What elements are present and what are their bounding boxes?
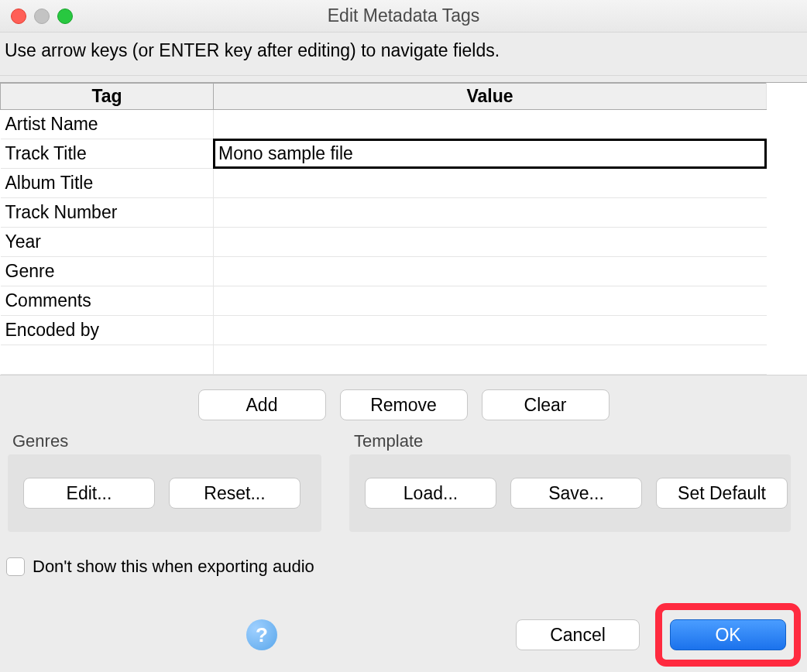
tag-cell[interactable]: Track Number (1, 198, 214, 228)
table-row[interactable]: Encoded by (1, 316, 767, 345)
clear-button[interactable]: Clear (482, 389, 610, 420)
template-box: Load... Save... Set Default (349, 454, 791, 532)
table-row[interactable]: Genre (1, 257, 767, 286)
table-row[interactable]: Track Title Mono sample file (1, 139, 767, 169)
dont-show-label: Don't show this when exporting audio (33, 557, 314, 577)
add-button[interactable]: Add (198, 389, 326, 420)
tag-cell[interactable]: Album Title (1, 169, 214, 198)
metadata-table: Tag Value Artist Name Track Title Mono s… (0, 82, 807, 375)
tag-cell[interactable]: Genre (1, 257, 214, 286)
tag-cell[interactable] (1, 345, 214, 375)
table-row[interactable]: Year (1, 228, 767, 257)
tag-cell[interactable]: Encoded by (1, 316, 214, 345)
genres-reset-button[interactable]: Reset... (169, 478, 300, 509)
window-controls (0, 9, 73, 24)
template-setdefault-button[interactable]: Set Default (656, 478, 788, 509)
tag-cell[interactable]: Year (1, 228, 214, 257)
dont-show-checkbox-row[interactable]: Don't show this when exporting audio (0, 546, 807, 577)
cancel-button[interactable]: Cancel (516, 619, 640, 650)
window-zoom-button[interactable] (57, 9, 73, 24)
window-title: Edit Metadata Tags (328, 5, 479, 26)
table-row[interactable]: Album Title (1, 169, 767, 198)
value-cell[interactable] (214, 110, 767, 139)
template-save-button[interactable]: Save... (510, 478, 642, 509)
table-row[interactable]: Track Number (1, 198, 767, 228)
dont-show-checkbox[interactable] (6, 557, 25, 576)
tag-cell[interactable]: Track Title (1, 139, 214, 169)
genres-box: Edit... Reset... (8, 454, 321, 532)
value-cell[interactable] (214, 286, 767, 316)
template-label: Template (349, 431, 791, 451)
value-cell[interactable] (214, 316, 767, 345)
value-cell[interactable] (214, 169, 767, 198)
value-cell-editing[interactable]: Mono sample file (214, 139, 767, 169)
help-button[interactable]: ? (246, 619, 277, 650)
column-header-value[interactable]: Value (214, 84, 767, 110)
tag-cell[interactable]: Comments (1, 286, 214, 316)
table-row[interactable]: Comments (1, 286, 767, 316)
column-header-tag[interactable]: Tag (1, 84, 214, 110)
footer: ? Cancel OK (0, 577, 807, 672)
help-icon: ? (256, 623, 268, 647)
genres-label: Genres (8, 431, 321, 451)
template-group: Template Load... Save... Set Default (349, 431, 791, 532)
value-cell[interactable] (214, 345, 767, 375)
genres-edit-button[interactable]: Edit... (23, 478, 155, 509)
value-cell[interactable] (214, 228, 767, 257)
groups-row: Genres Edit... Reset... Template Load...… (0, 431, 807, 546)
remove-button[interactable]: Remove (340, 389, 468, 420)
tag-cell[interactable]: Artist Name (1, 110, 214, 139)
titlebar: Edit Metadata Tags (0, 0, 807, 33)
window-close-button[interactable] (11, 9, 26, 24)
window-minimize-button[interactable] (34, 9, 50, 24)
row-action-buttons: Add Remove Clear (0, 375, 807, 431)
instructions-text: Use arrow keys (or ENTER key after editi… (0, 33, 807, 76)
table-row[interactable] (1, 345, 767, 375)
ok-highlight-box: OK (655, 603, 801, 667)
genres-group: Genres Edit... Reset... (8, 431, 321, 532)
value-cell[interactable] (214, 198, 767, 228)
ok-button[interactable]: OK (670, 619, 786, 650)
table-row[interactable]: Artist Name (1, 110, 767, 139)
template-load-button[interactable]: Load... (365, 478, 496, 509)
value-cell[interactable] (214, 257, 767, 286)
